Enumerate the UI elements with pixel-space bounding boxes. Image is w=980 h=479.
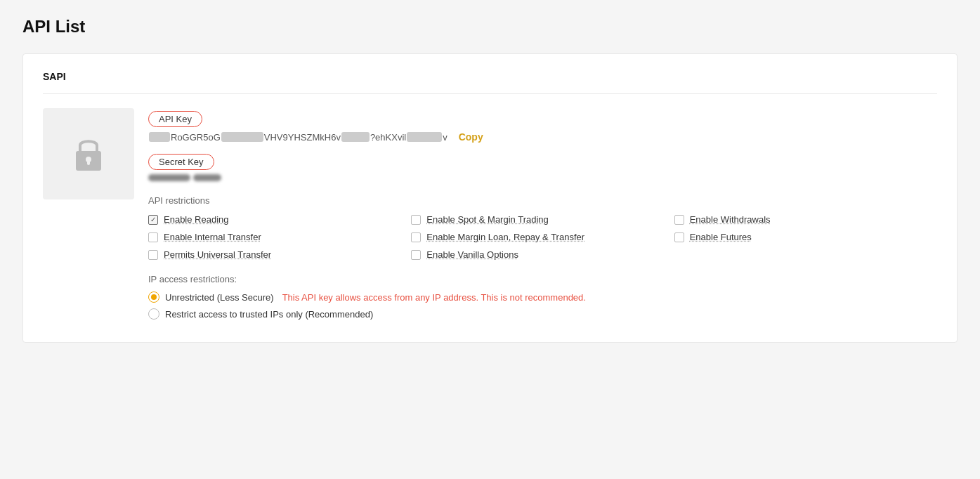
ip-restrictions-title: IP access restrictions: — [148, 274, 937, 284]
restriction-item-enable-futures: Enable Futures — [674, 232, 937, 242]
api-card: SAPI API Key — [22, 53, 958, 343]
restriction-label-enable-futures: Enable Futures — [690, 232, 752, 242]
ip-restrictions-section: IP access restrictions: Unrestricted (Le… — [148, 274, 937, 320]
checkbox-enable-futures[interactable] — [674, 232, 684, 242]
checkbox-enable-vanilla-options[interactable] — [411, 250, 421, 260]
checkbox-permits-universal-transfer[interactable] — [148, 250, 158, 260]
lock-icon-box — [43, 108, 134, 199]
restriction-label-enable-vanilla-options: Enable Vanilla Options — [426, 249, 518, 260]
radio-item-unrestricted: Unrestricted (Less Secure) This API key … — [148, 291, 937, 303]
api-key-visible-2: VHV9YHSZMkH6v — [264, 132, 341, 143]
api-key-value-row: RoGGR5oG VHV9YHSZMkH6v ?ehKXvil v Copy — [148, 131, 937, 143]
radio-label-unrestricted: Unrestricted (Less Secure) — [165, 292, 274, 303]
page-container: API List SAPI API Key — [0, 0, 980, 479]
restriction-label-enable-internal-transfer: Enable Internal Transfer — [164, 232, 261, 242]
restrictions-section: API restrictions Enable Reading Enable S… — [148, 195, 937, 260]
secret-key-label: Secret Key — [148, 154, 214, 170]
api-key-section: API Key RoGGR5oG VHV9YHSZMkH6v ?ehKXvil — [148, 111, 937, 143]
radio-label-trusted: Restrict access to trusted IPs only (Rec… — [165, 309, 373, 320]
restriction-item-enable-reading: Enable Reading — [148, 214, 411, 225]
api-key-visible-4: v — [443, 132, 447, 143]
api-details: API Key RoGGR5oG VHV9YHSZMkH6v ?ehKXvil — [148, 108, 937, 325]
api-key-blurred-1 — [149, 132, 170, 142]
checkbox-enable-reading[interactable] — [148, 215, 158, 225]
radio-inner-unrestricted — [151, 294, 157, 300]
checkbox-enable-margin-loan[interactable] — [411, 232, 421, 242]
copy-button[interactable]: Copy — [459, 131, 483, 143]
secret-dot-2 — [193, 174, 221, 181]
restriction-item-enable-spot: Enable Spot & Margin Trading — [411, 214, 674, 225]
api-entry: API Key RoGGR5oG VHV9YHSZMkH6v ?ehKXvil — [43, 108, 937, 325]
api-key-visible-1: RoGGR5oG — [171, 132, 221, 143]
restriction-label-enable-withdrawals: Enable Withdrawals — [690, 214, 771, 225]
section-label: SAPI — [43, 71, 937, 94]
lock-icon — [72, 134, 105, 173]
api-key-blurred-3 — [341, 132, 370, 142]
restriction-label-permits-universal-transfer: Permits Universal Transfer — [164, 249, 271, 260]
api-key-display: RoGGR5oG VHV9YHSZMkH6v ?ehKXvil v — [148, 132, 447, 143]
api-key-visible-3: ?ehKXvil — [370, 132, 406, 143]
checkbox-enable-internal-transfer[interactable] — [148, 232, 158, 242]
radio-trusted[interactable] — [148, 308, 159, 320]
restriction-label-enable-reading: Enable Reading — [164, 214, 229, 225]
secret-key-section: Secret Key — [148, 154, 937, 181]
radio-warning-unrestricted: This API key allows access from any IP a… — [282, 292, 586, 303]
secret-key-value — [148, 174, 937, 181]
restrictions-grid: Enable Reading Enable Spot & Margin Trad… — [148, 214, 937, 260]
restriction-label-enable-spot: Enable Spot & Margin Trading — [426, 214, 548, 225]
radio-item-trusted: Restrict access to trusted IPs only (Rec… — [148, 308, 937, 320]
restriction-item-permits-universal-transfer: Permits Universal Transfer — [148, 249, 411, 260]
restriction-item-enable-vanilla-options: Enable Vanilla Options — [411, 249, 674, 260]
api-key-blurred-4 — [407, 132, 442, 142]
secret-key-label-wrapper: Secret Key — [148, 154, 214, 170]
secret-dot-1 — [148, 174, 190, 181]
page-title: API List — [22, 17, 958, 37]
radio-unrestricted[interactable] — [148, 291, 159, 303]
api-key-label-wrapper: API Key — [148, 111, 202, 127]
svg-rect-2 — [87, 161, 90, 165]
restriction-label-enable-margin-loan: Enable Margin Loan, Repay & Transfer — [426, 232, 584, 242]
checkbox-enable-spot[interactable] — [411, 215, 421, 225]
api-key-blurred-2 — [221, 132, 263, 142]
api-key-label: API Key — [148, 111, 202, 127]
restriction-item-enable-internal-transfer: Enable Internal Transfer — [148, 232, 411, 242]
restriction-item-enable-margin-loan: Enable Margin Loan, Repay & Transfer — [411, 232, 674, 242]
restrictions-title: API restrictions — [148, 195, 937, 206]
restriction-item-enable-withdrawals: Enable Withdrawals — [674, 214, 937, 225]
empty-cell — [674, 249, 937, 260]
checkbox-enable-withdrawals[interactable] — [674, 215, 684, 225]
